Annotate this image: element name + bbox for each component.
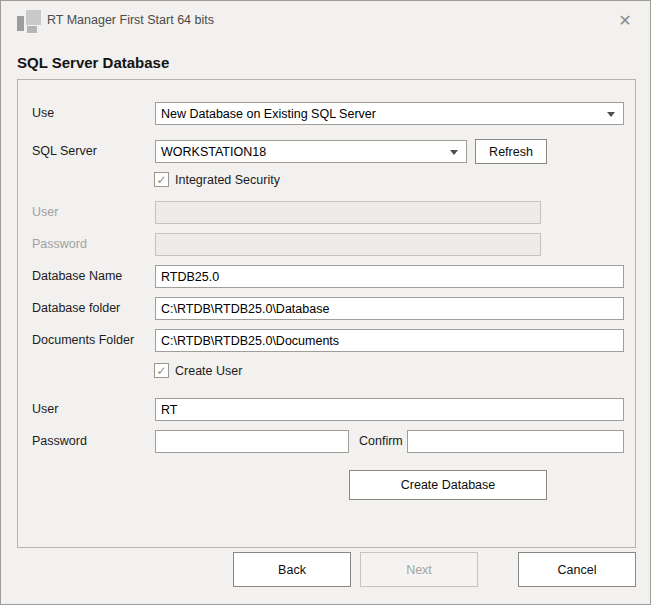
app-icon-block (27, 26, 37, 33)
chevron-down-icon (607, 112, 615, 117)
next-button: Next (360, 552, 478, 587)
connection-user-label: User (32, 201, 58, 224)
close-icon[interactable]: ✕ (612, 8, 638, 34)
back-button[interactable]: Back (233, 552, 351, 587)
sql-server-dropdown-value: WORKSTATION18 (161, 145, 266, 159)
title-bar[interactable]: RT Manager First Start 64 bits ✕ (1, 1, 650, 41)
confirm-password-field[interactable] (407, 430, 624, 453)
app-icon-block (17, 16, 24, 31)
create-database-button[interactable]: Create Database (349, 470, 547, 500)
documents-folder-label: Documents Folder (32, 329, 134, 352)
app-icon (17, 10, 41, 33)
screen: RT Manager First Start 64 bits ✕ SQL Ser… (0, 0, 651, 605)
create-user-checkbox[interactable]: ✓ Create User (154, 363, 242, 378)
use-dropdown-value: New Database on Existing SQL Server (161, 107, 376, 121)
use-dropdown[interactable]: New Database on Existing SQL Server (155, 102, 624, 125)
connection-password-label: Password (32, 233, 87, 256)
create-user-label: Create User (175, 364, 242, 378)
database-name-label: Database Name (32, 265, 122, 288)
documents-folder-field[interactable] (155, 329, 624, 352)
checkbox-check-icon[interactable]: ✓ (154, 172, 169, 187)
page-title: SQL Server Database (17, 54, 169, 71)
integrated-security-checkbox[interactable]: ✓ Integrated Security (154, 172, 280, 187)
database-settings-group: Use New Database on Existing SQL Server … (17, 79, 636, 548)
connection-user-field (155, 201, 541, 224)
new-password-label: Password (32, 430, 87, 453)
window-title: RT Manager First Start 64 bits (47, 13, 214, 27)
checkbox-check-icon[interactable]: ✓ (154, 363, 169, 378)
database-folder-label: Database folder (32, 297, 120, 320)
confirm-label: Confirm (359, 430, 403, 453)
chevron-down-icon (450, 150, 458, 155)
new-password-field[interactable] (155, 430, 349, 453)
new-user-label: User (32, 398, 58, 421)
refresh-button[interactable]: Refresh (475, 139, 547, 164)
integrated-security-label: Integrated Security (175, 173, 280, 187)
database-folder-field[interactable] (155, 297, 624, 320)
sql-server-label: SQL Server (32, 140, 97, 163)
cancel-button[interactable]: Cancel (518, 552, 636, 587)
sql-server-dropdown[interactable]: WORKSTATION18 (155, 140, 467, 163)
database-name-field[interactable] (155, 265, 624, 288)
use-label: Use (32, 102, 54, 125)
first-start-dialog: RT Manager First Start 64 bits ✕ SQL Ser… (0, 0, 651, 605)
connection-password-field (155, 233, 541, 256)
app-icon-block (26, 10, 41, 25)
new-user-field[interactable] (155, 398, 624, 421)
